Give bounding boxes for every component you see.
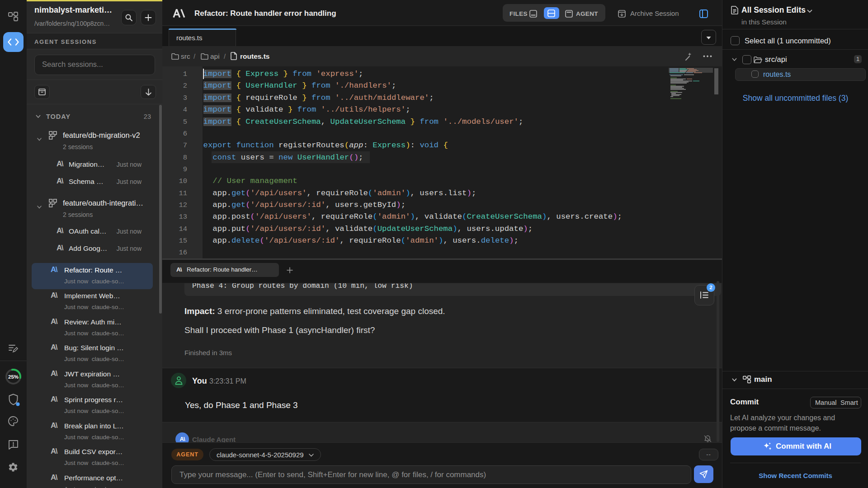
svg-text:25%: 25% (8, 374, 19, 380)
